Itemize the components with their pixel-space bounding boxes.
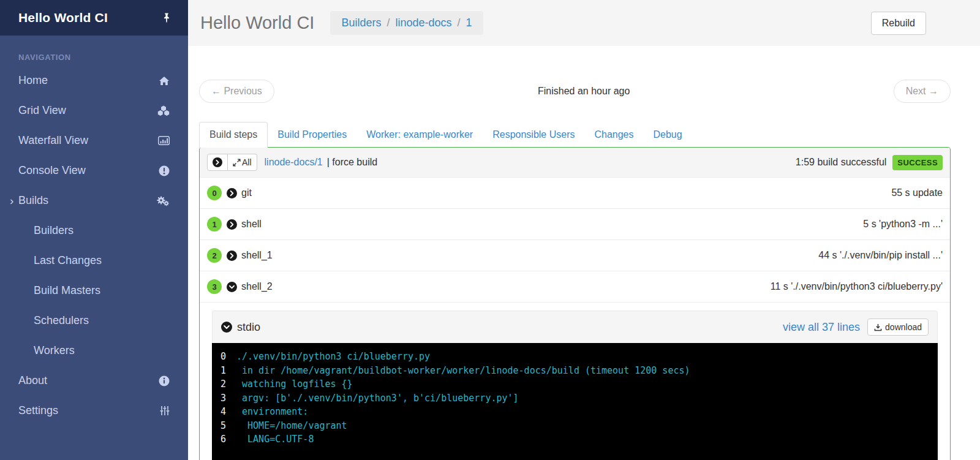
tab-debug[interactable]: Debug xyxy=(644,123,692,147)
step-name: shell_1 xyxy=(241,250,273,261)
step-name: git xyxy=(241,187,252,198)
sidebar-item-schedulers[interactable]: Schedulers xyxy=(0,306,188,336)
builder-build-link[interactable]: linode-docs/1 xyxy=(265,157,323,168)
line-text: in dir /home/vagrant/buildbot-worker/wor… xyxy=(236,365,690,376)
step-row-shell-1[interactable]: 2 shell_1 44 s './.venv/bin/pip install … xyxy=(200,239,950,271)
build-reason: | force build xyxy=(327,157,377,168)
step-expanded-content: stdio view all 37 lines download xyxy=(200,302,950,460)
step-row-shell[interactable]: 1 shell 5 s 'python3 -m ...' xyxy=(200,208,950,239)
sidebar-item-label: Console View xyxy=(18,164,86,177)
tab-build-properties[interactable]: Build Properties xyxy=(268,123,356,147)
sidebar-subitem-label: Workers xyxy=(34,344,75,357)
sidebar-subitem-label: Last Changes xyxy=(34,254,102,267)
bar-chart-icon xyxy=(158,136,170,145)
tab-build-steps[interactable]: Build steps xyxy=(199,122,268,148)
line-number: 0 xyxy=(221,350,228,364)
build-navigation-row: ← Previous Finished an hour ago Next → xyxy=(199,80,951,103)
sidebar-item-home[interactable]: Home xyxy=(0,66,188,96)
view-all-lines-link[interactable]: view all 37 lines xyxy=(783,321,860,334)
step-detail: 55 s update xyxy=(891,187,943,198)
breadcrumb-link-build-number[interactable]: 1 xyxy=(466,17,472,29)
sidebar-item-console-view[interactable]: Console View xyxy=(0,156,188,186)
sidebar: Hello World CI NAVIGATION Home Grid View… xyxy=(0,0,188,460)
chevron-circle-right-icon[interactable] xyxy=(227,219,237,230)
sidebar-item-settings[interactable]: Settings xyxy=(0,396,188,426)
terminal-line: 2 watching logfiles {} xyxy=(221,377,929,391)
exclamation-circle-icon xyxy=(159,165,170,176)
step-name: shell_2 xyxy=(241,281,273,292)
line-number: 2 xyxy=(221,377,228,391)
build-page-content: ← Previous Finished an hour ago Next → B… xyxy=(188,46,980,460)
terminal-line: 5 HOME=/home/vagrant xyxy=(221,419,929,433)
sidebar-item-builds[interactable]: › Builds xyxy=(0,186,188,216)
chevron-circle-right-icon[interactable] xyxy=(227,188,237,198)
breadcrumb-separator: / xyxy=(386,17,390,29)
sidebar-item-grid-view[interactable]: Grid View xyxy=(0,96,188,126)
terminal-line: 3 argv: [b'./.venv/bin/python3', b'ci/bl… xyxy=(221,391,929,405)
tab-changes[interactable]: Changes xyxy=(584,123,643,147)
step-row-git[interactable]: 0 git 55 s update xyxy=(200,177,950,208)
line-number: 1 xyxy=(221,364,228,378)
rebuild-button[interactable]: Rebuild xyxy=(871,12,926,35)
previous-build-button[interactable]: ← Previous xyxy=(199,80,274,103)
summary-status-group: 1:59 build successful SUCCESS xyxy=(796,155,943,170)
cubes-icon xyxy=(157,105,170,116)
app-window: Hello World CI NAVIGATION Home Grid View… xyxy=(0,0,980,460)
breadcrumb-link-builder[interactable]: linode-docs xyxy=(395,17,451,29)
line-text: HOME=/home/vagrant xyxy=(236,420,347,431)
sidebar-item-build-masters[interactable]: Build Masters xyxy=(0,276,188,306)
terminal-line: 0./.venv/bin/python3 ci/blueberry.py xyxy=(221,350,929,364)
line-number: 4 xyxy=(221,405,228,419)
sidebar-subitem-label: Builders xyxy=(34,224,74,237)
build-finished-status: Finished an hour ago xyxy=(274,86,894,97)
sidebar-subitem-label: Schedulers xyxy=(34,314,89,327)
build-summary-bar: All linode-docs/1 | force build 1:59 bui… xyxy=(200,148,950,177)
expand-all-label: All xyxy=(242,157,252,167)
step-name: shell xyxy=(241,219,262,230)
breadcrumb-separator: / xyxy=(458,17,461,29)
status-badge: SUCCESS xyxy=(892,155,943,170)
sidebar-item-label: Waterfall View xyxy=(18,134,88,147)
sidebar-item-last-changes[interactable]: Last Changes xyxy=(0,246,188,276)
next-build-button[interactable]: Next → xyxy=(894,80,951,103)
sidebar-item-workers[interactable]: Workers xyxy=(0,336,188,366)
summary-button-group: All xyxy=(207,154,257,171)
step-number-badge: 3 xyxy=(207,279,222,294)
step-detail: 11 s './.venv/bin/python3 ci/blueberry.p… xyxy=(771,281,943,292)
stdio-log-terminal: 0./.venv/bin/python3 ci/blueberry.py 1 i… xyxy=(212,343,938,460)
sidebar-item-builders[interactable]: Builders xyxy=(0,216,188,246)
sidebar-item-about[interactable]: About xyxy=(0,366,188,396)
tab-worker[interactable]: Worker: example-worker xyxy=(356,123,483,147)
step-detail: 44 s './.venv/bin/pip install ...' xyxy=(818,250,943,261)
pin-icon[interactable] xyxy=(162,13,171,23)
step-number-badge: 1 xyxy=(207,217,222,232)
sliders-icon xyxy=(160,405,170,416)
stdio-actions: view all 37 lines download xyxy=(783,319,929,336)
download-label: download xyxy=(885,322,922,332)
sidebar-subitem-label: Build Masters xyxy=(34,284,100,297)
chevron-circle-down-icon[interactable] xyxy=(227,282,237,292)
chevron-circle-down-icon[interactable] xyxy=(221,322,232,333)
breadcrumb-link-builders[interactable]: Builders xyxy=(341,17,381,29)
download-button[interactable]: download xyxy=(867,319,929,336)
tab-responsible-users[interactable]: Responsible Users xyxy=(483,123,584,147)
info-circle-icon xyxy=(159,375,170,386)
step-number-badge: 2 xyxy=(207,248,222,263)
line-text: LANG=C.UTF-8 xyxy=(236,434,314,445)
line-text: environment: xyxy=(236,406,308,417)
step-row-shell-2[interactable]: 3 shell_2 11 s './.venv/bin/python3 ci/b… xyxy=(200,271,950,302)
sidebar-item-waterfall-view[interactable]: Waterfall View xyxy=(0,126,188,156)
sidebar-item-label: Builds xyxy=(18,194,48,207)
terminal-line: 1 in dir /home/vagrant/buildbot-worker/w… xyxy=(221,364,929,378)
chevron-circle-right-icon[interactable] xyxy=(227,251,237,261)
stdio-log-title: stdio xyxy=(237,321,260,334)
sidebar-header: Hello World CI xyxy=(0,0,188,36)
build-steps-panel: All linode-docs/1 | force build 1:59 bui… xyxy=(199,147,951,460)
breadcrumb: Builders / linode-docs / 1 xyxy=(330,11,483,35)
terminal-line: 6 LANG=C.UTF-8 xyxy=(221,432,929,447)
page-title: Hello World CI xyxy=(200,13,314,33)
expand-all-button[interactable]: All xyxy=(228,154,257,171)
collapse-all-button[interactable] xyxy=(207,154,228,171)
expand-arrows-icon xyxy=(233,159,241,167)
step-number-badge: 0 xyxy=(207,186,222,200)
